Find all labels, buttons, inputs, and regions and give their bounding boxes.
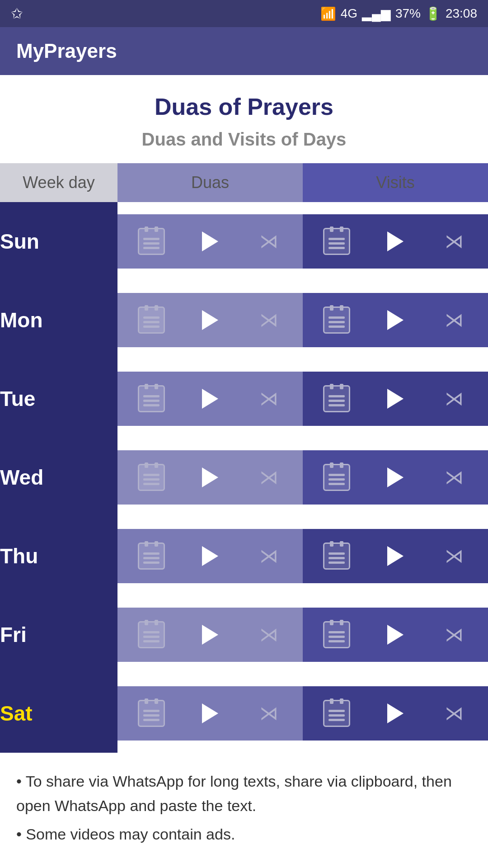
calendar-icon bbox=[138, 700, 165, 727]
weekday-header: Week day bbox=[0, 163, 117, 202]
play-icon bbox=[387, 231, 404, 251]
sat-duas-share-button[interactable]: ⋊ bbox=[253, 697, 285, 730]
thu-duas-list-button[interactable] bbox=[135, 540, 168, 572]
wed-visits-actions: ⋊ bbox=[303, 450, 488, 505]
share-icon: ⋊ bbox=[259, 704, 278, 723]
thu-duas-share-button[interactable]: ⋊ bbox=[253, 540, 285, 572]
wed-duas-play-button[interactable] bbox=[194, 461, 226, 494]
mon-duas-actions: ⋊ bbox=[117, 293, 303, 347]
footer-note-2: • Some videos may contain ads. bbox=[16, 822, 472, 846]
fri-duas-share-button[interactable]: ⋊ bbox=[253, 618, 285, 651]
table-header: Week day Duas Visits bbox=[0, 163, 488, 202]
share-icon: ⋊ bbox=[259, 625, 278, 644]
wed-duas-actions: ⋊ bbox=[117, 450, 303, 505]
play-icon bbox=[202, 703, 218, 723]
tue-duas-play-button[interactable] bbox=[194, 382, 226, 415]
share-icon: ⋊ bbox=[259, 389, 278, 408]
app-bar: MyPrayers bbox=[0, 27, 488, 75]
tue-visits-actions: ⋊ bbox=[303, 372, 488, 426]
thu-duas-actions: ⋊ bbox=[117, 529, 303, 583]
wed-visits-play-button[interactable] bbox=[379, 461, 412, 494]
thu-visits-play-button[interactable] bbox=[379, 540, 412, 572]
fri-visits-list-button[interactable] bbox=[320, 618, 353, 651]
wed-duas-list-button[interactable] bbox=[135, 461, 168, 494]
fri-duas-list-button[interactable] bbox=[135, 618, 168, 651]
battery-icon: 🔋 bbox=[425, 6, 441, 21]
sun-duas-actions: ⋊ bbox=[117, 214, 303, 269]
play-icon bbox=[387, 389, 404, 409]
sat-visits-share-button[interactable]: ⋊ bbox=[438, 697, 470, 730]
calendar-icon bbox=[323, 228, 350, 255]
play-icon bbox=[202, 467, 218, 487]
tue-duas-share-button[interactable]: ⋊ bbox=[253, 382, 285, 415]
thu-visits-share-button[interactable]: ⋊ bbox=[438, 540, 470, 572]
share-icon: ⋊ bbox=[445, 468, 464, 487]
mon-visits-play-button[interactable] bbox=[379, 304, 412, 336]
sun-visits-actions: ⋊ bbox=[303, 214, 488, 269]
wed-visits-list-button[interactable] bbox=[320, 461, 353, 494]
tue-visits-share-button[interactable]: ⋊ bbox=[438, 382, 470, 415]
table-row: Sat ⋊ ⋊ bbox=[0, 674, 488, 753]
day-mon: Mon bbox=[0, 281, 117, 359]
sun-visits-share-button[interactable]: ⋊ bbox=[438, 225, 470, 258]
sat-duas-play-button[interactable] bbox=[194, 697, 226, 730]
fri-visits-play-button[interactable] bbox=[379, 618, 412, 651]
tue-duas-list-button[interactable] bbox=[135, 382, 168, 415]
table-row: Wed ⋊ ⋊ bbox=[0, 438, 488, 517]
sat-visits-play-button[interactable] bbox=[379, 697, 412, 730]
day-wed: Wed bbox=[0, 438, 117, 517]
play-icon bbox=[387, 546, 404, 566]
visits-header: Visits bbox=[303, 163, 488, 202]
calendar-icon bbox=[138, 385, 165, 412]
share-icon: ⋊ bbox=[445, 547, 464, 566]
play-icon bbox=[387, 467, 404, 487]
wed-duas-share-button[interactable]: ⋊ bbox=[253, 461, 285, 494]
play-icon bbox=[387, 625, 404, 645]
battery-percent: 37% bbox=[395, 6, 421, 21]
page-title: Duas of Prayers bbox=[0, 75, 488, 125]
sat-duas-actions: ⋊ bbox=[117, 686, 303, 741]
share-icon: ⋊ bbox=[445, 311, 464, 330]
wed-visits-share-button[interactable]: ⋊ bbox=[438, 461, 470, 494]
share-icon: ⋊ bbox=[259, 547, 278, 566]
calendar-icon bbox=[323, 307, 350, 334]
signal-icon: ▂▄▆ bbox=[362, 6, 391, 21]
sat-duas-list-button[interactable] bbox=[135, 697, 168, 730]
calendar-icon bbox=[138, 621, 165, 648]
share-icon: ⋊ bbox=[445, 232, 464, 251]
table-body: Sun ⋊ ⋊ Mon bbox=[0, 202, 488, 753]
sun-visits-play-button[interactable] bbox=[379, 225, 412, 258]
thu-duas-play-button[interactable] bbox=[194, 540, 226, 572]
play-icon bbox=[202, 625, 218, 645]
footer-note: • To share via WhatsApp for long texts, … bbox=[0, 753, 488, 868]
mon-visits-share-button[interactable]: ⋊ bbox=[438, 304, 470, 336]
sun-visits-list-button[interactable] bbox=[320, 225, 353, 258]
mon-duas-share-button[interactable]: ⋊ bbox=[253, 304, 285, 336]
share-icon: ⋊ bbox=[445, 625, 464, 644]
mon-duas-list-button[interactable] bbox=[135, 304, 168, 336]
sun-duas-play-button[interactable] bbox=[194, 225, 226, 258]
status-icons: 📶 4G ▂▄▆ 37% 🔋 23:08 bbox=[320, 6, 477, 21]
table-row: Sun ⋊ ⋊ bbox=[0, 202, 488, 281]
fri-duas-actions: ⋊ bbox=[117, 608, 303, 662]
mon-visits-list-button[interactable] bbox=[320, 304, 353, 336]
day-fri: Fri bbox=[0, 595, 117, 674]
calendar-icon bbox=[138, 228, 165, 255]
thu-visits-list-button[interactable] bbox=[320, 540, 353, 572]
fri-duas-play-button[interactable] bbox=[194, 618, 226, 651]
calendar-icon bbox=[323, 621, 350, 648]
calendar-icon bbox=[323, 464, 350, 491]
sun-duas-list-button[interactable] bbox=[135, 225, 168, 258]
status-bar: ✩ 📶 4G ▂▄▆ 37% 🔋 23:08 bbox=[0, 0, 488, 27]
fri-visits-share-button[interactable]: ⋊ bbox=[438, 618, 470, 651]
sat-visits-list-button[interactable] bbox=[320, 697, 353, 730]
tue-visits-list-button[interactable] bbox=[320, 382, 353, 415]
network-type: 4G bbox=[341, 6, 357, 21]
tue-visits-play-button[interactable] bbox=[379, 382, 412, 415]
tue-duas-actions: ⋊ bbox=[117, 372, 303, 426]
sim-icon: 📶 bbox=[320, 6, 336, 21]
fri-visits-actions: ⋊ bbox=[303, 608, 488, 662]
mon-duas-play-button[interactable] bbox=[194, 304, 226, 336]
prayer-table: Week day Duas Visits Sun ⋊ ⋊ bbox=[0, 163, 488, 753]
sun-duas-share-button[interactable]: ⋊ bbox=[253, 225, 285, 258]
